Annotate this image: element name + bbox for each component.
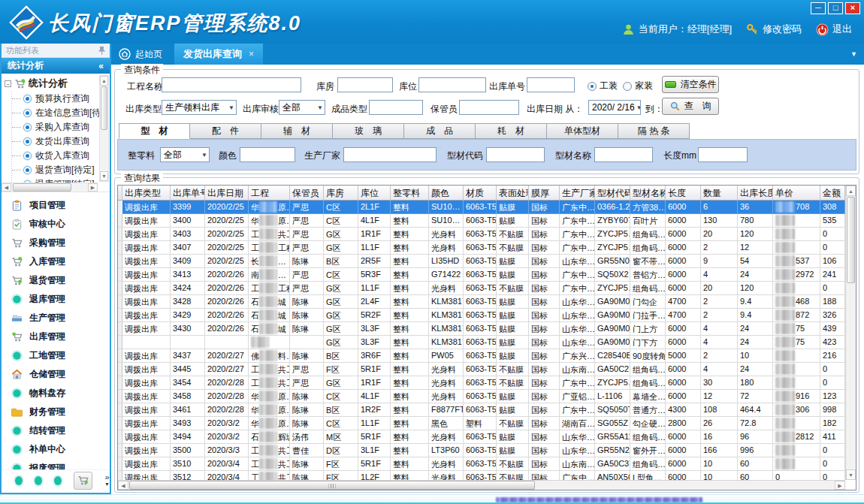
- material-tab-7[interactable]: 隔 热 条: [618, 123, 690, 139]
- tool-cart-button[interactable]: [74, 472, 92, 490]
- sidebar-item-5[interactable]: 退库管理: [2, 290, 110, 309]
- maximize-button[interactable]: □: [828, 2, 843, 14]
- out-type-select[interactable]: 生产领料出库▼: [162, 100, 237, 115]
- table-row[interactable]: 调拨出库34132020/2/26南…严思C区5R3F整料G714226063-…: [118, 268, 845, 282]
- column-header-11[interactable]: 膜厚: [529, 186, 560, 201]
- table-row[interactable]: 调拨出库34072020/2/25工工程严思G区1L1F整料光身料6063-T5…: [118, 241, 845, 255]
- column-header-10[interactable]: 表面处理: [497, 186, 529, 201]
- table-row[interactable]: 调拨出库34582020/2/28华原…陈琳C区4L1F整料光身料6063-T5…: [118, 390, 845, 403]
- tree-item-1[interactable]: 在途信息查询[待: [2, 106, 110, 120]
- sidebar-item-2[interactable]: 采购管理: [2, 234, 110, 252]
- sidebar-item-7[interactable]: 出库管理: [2, 327, 110, 346]
- tab-home[interactable]: 起始页: [111, 44, 174, 65]
- table-row[interactable]: 调拨出库34302020/2/26石城陈琳G区3L3F整料KLM38176063…: [118, 322, 845, 336]
- column-header-2[interactable]: 出库日期: [205, 186, 249, 201]
- more-tools-button[interactable]: » ▼: [104, 474, 110, 487]
- scroll-left-icon[interactable]: ◀: [2, 183, 11, 192]
- scroll-up-icon[interactable]: ▲: [100, 76, 108, 86]
- length-input[interactable]: [698, 147, 748, 162]
- tool-circle-icon[interactable]: [54, 476, 62, 485]
- tool-circle-icon[interactable]: [15, 476, 23, 485]
- tree-root[interactable]: - 统计分析: [2, 74, 110, 92]
- tab-list-chevron-icon[interactable]: ▼: [850, 50, 857, 58]
- hscroll-thumb[interactable]: [129, 481, 535, 490]
- table-horizontal-scrollbar[interactable]: ◀ ▶: [118, 480, 845, 490]
- table-row[interactable]: 调拨出库34282020/2/26石城陈琳G区2L4F整料KLM38176063…: [118, 295, 845, 309]
- table-row[interactable]: G区3L3F整料KLM38176063-T5贴膜国标山东华…GA90M09.门下…: [118, 336, 845, 349]
- tree-item-3[interactable]: 发货出库查询: [2, 134, 110, 149]
- sidebar-item-9[interactable]: 仓储管理: [2, 365, 110, 384]
- table-row[interactable]: 调拨出库34292020/2/26石城陈琳G区5R2F整料KLM38176063…: [118, 309, 845, 322]
- table-row[interactable]: 调拨出库34032020/2/25工共工程严思G区1R1F整料光身料6063-T…: [118, 228, 845, 241]
- column-header-5[interactable]: 库房: [324, 186, 358, 201]
- table-row[interactable]: 调拨出库34092020/2/25长…陈琳B区2R5F整料LI35HD6063-…: [118, 255, 845, 268]
- table-row[interactable]: 调拨出库33992020/2/25华原…严思C区2L1F整料SU10…6063-…: [118, 201, 845, 214]
- warehouse-input[interactable]: [337, 77, 393, 92]
- material-tab-0[interactable]: 型 材: [119, 123, 190, 139]
- scroll-down-icon[interactable]: ▼: [846, 469, 856, 480]
- column-header-9[interactable]: 材质: [464, 186, 497, 201]
- project-name-input[interactable]: [162, 77, 301, 92]
- whole-part-select[interactable]: 全部▼: [160, 147, 210, 162]
- column-header-16[interactable]: 数量: [701, 186, 738, 201]
- profile-code-input[interactable]: [486, 147, 545, 162]
- column-header-4[interactable]: 保管员: [290, 186, 324, 201]
- column-header-3[interactable]: 工程: [249, 186, 290, 201]
- tree-hscroll-thumb[interactable]: [13, 183, 71, 192]
- column-header-6[interactable]: 库位: [358, 186, 391, 201]
- column-header-15[interactable]: 长度: [666, 186, 701, 201]
- column-header-1[interactable]: 出库单号: [171, 186, 205, 201]
- table-vertical-scrollbar[interactable]: ▲ ▼: [845, 186, 856, 480]
- collapse-icon[interactable]: «: [98, 61, 104, 71]
- date-from-picker[interactable]: 2020/ 2/16▼: [588, 100, 641, 115]
- material-tab-3[interactable]: 玻 璃: [333, 123, 404, 139]
- column-header-8[interactable]: 颜色: [429, 186, 464, 201]
- material-tab-2[interactable]: 辅 材: [261, 123, 333, 139]
- tree-item-4[interactable]: 收货入库查询: [2, 149, 110, 163]
- search-button[interactable]: 查 询: [662, 98, 719, 115]
- scroll-left-icon[interactable]: ◀: [118, 481, 128, 490]
- material-tab-1[interactable]: 配 件: [190, 123, 261, 139]
- keeper-input[interactable]: [459, 100, 519, 115]
- change-password-button[interactable]: 修改密码: [746, 23, 802, 36]
- pin-icon[interactable]: [98, 47, 105, 55]
- profile-name-input[interactable]: [594, 147, 653, 162]
- product-type-input[interactable]: [369, 100, 423, 115]
- tool-circle-icon[interactable]: [35, 476, 42, 485]
- sidebar-item-11[interactable]: 财务管理: [2, 403, 110, 421]
- table-row[interactable]: 调拨出库35102020/3/4工共工程陈琳F区5R1F整料光身料6063-T5…: [118, 457, 845, 471]
- table-row[interactable]: 调拨出库34612020/2/28华原…陈琳B区1R2F整料F8877FT606…: [118, 403, 845, 417]
- column-header-0[interactable]: 出库类型: [122, 186, 171, 201]
- sidebar-item-0[interactable]: 项目管理: [2, 196, 110, 215]
- table-row[interactable]: 调拨出库34542020/2/28工共工程严思G区1R1F整料光身料6063-T…: [118, 376, 845, 390]
- table-row[interactable]: 调拨出库34002020/2/25华原…严思C区4L1F整料SU10…6063-…: [118, 214, 845, 228]
- sidebar-item-8[interactable]: 工地管理: [2, 346, 110, 365]
- sidebar-item-12[interactable]: 结转管理: [2, 421, 110, 440]
- sidebar-item-6[interactable]: 生产管理: [2, 309, 110, 327]
- table-row[interactable]: 调拨出库34242020/2/26工工程严思G区1L1F整料光身料6063-T5…: [118, 282, 845, 295]
- tree-vscroll-thumb[interactable]: [101, 86, 107, 130]
- order-no-input[interactable]: [527, 77, 575, 92]
- table-row[interactable]: 调拨出库34452020/2/27工共工程严思F区5R1F整料光身料6063-T…: [118, 363, 845, 376]
- tree-vertical-scrollbar[interactable]: ▲ ▼: [99, 75, 109, 182]
- sidebar-item-4[interactable]: 退货管理: [2, 271, 110, 290]
- radio-gongzhuang[interactable]: 工装: [588, 80, 618, 92]
- factory-input[interactable]: [343, 147, 437, 162]
- tree-item-5[interactable]: 退货查询[待定]: [2, 163, 110, 177]
- table-row[interactable]: 调拨出库34372020/2/27佛料…陈琳B区3R6F整料PW056063-T…: [118, 349, 845, 363]
- logout-button[interactable]: 退出: [816, 23, 852, 36]
- sidebar-item-1[interactable]: 审核中心: [2, 215, 110, 234]
- sidebar-item-3[interactable]: 入库管理: [2, 252, 110, 271]
- tree-horizontal-scrollbar[interactable]: ◀ ▶: [2, 183, 98, 192]
- tab-close-icon[interactable]: ×: [249, 49, 254, 59]
- tab-active[interactable]: 发货出库查询 ×: [174, 44, 263, 65]
- tree-expand-icon[interactable]: -: [5, 80, 11, 87]
- table-row[interactable]: 调拨出库35122020/3/4工共工程陈琳F区1L2F整料光身料6063-T5…: [118, 471, 845, 480]
- table-row[interactable]: 调拨出库34932020/3/2华原…陈琳C区1L1F整料黑色塑料不贴膜国标湖南…: [118, 417, 845, 430]
- material-tab-5[interactable]: 耗 材: [476, 123, 547, 139]
- clear-conditions-button[interactable]: 清空条件: [662, 76, 719, 93]
- column-header-13[interactable]: 型材代码: [595, 186, 630, 201]
- column-header-19[interactable]: 金额: [820, 186, 845, 201]
- close-button[interactable]: ×: [845, 2, 860, 14]
- section-header[interactable]: 统计分析 «: [2, 58, 110, 74]
